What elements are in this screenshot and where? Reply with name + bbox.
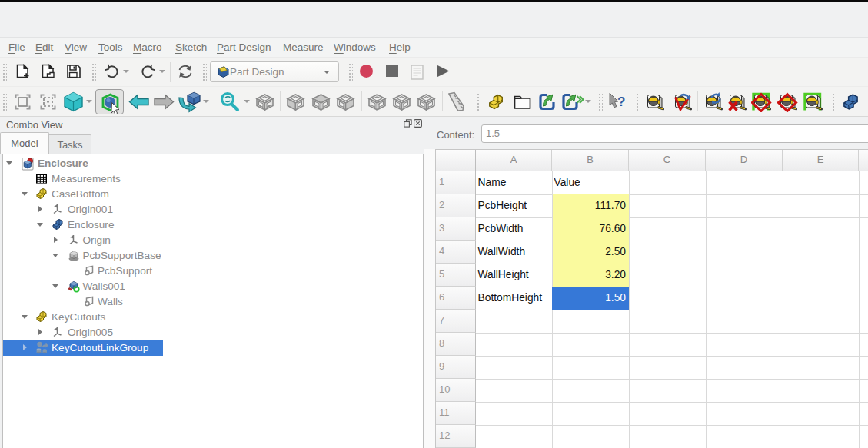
svg-text:?: ? bbox=[617, 95, 625, 109]
